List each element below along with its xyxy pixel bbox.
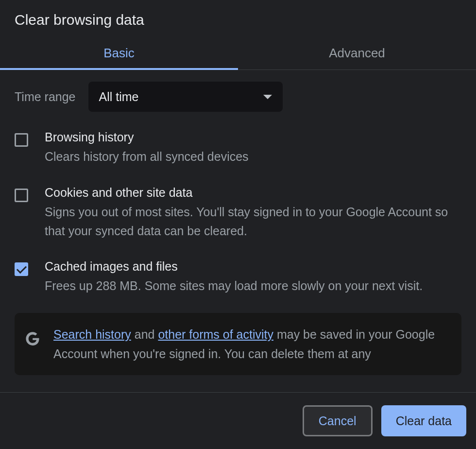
other-activity-link[interactable]: other forms of activity [158, 328, 273, 341]
option-title: Browsing history [45, 130, 249, 144]
option-text: Browsing history Clears history from all… [45, 130, 249, 166]
checkbox-cache[interactable] [15, 262, 28, 276]
dialog-content: Time range All time Browsing history Cle… [0, 70, 476, 392]
option-text: Cached images and files Frees up 288 MB.… [45, 259, 423, 295]
clear-data-button[interactable]: Clear data [381, 405, 466, 436]
info-mid1: and [131, 328, 158, 341]
chevron-down-icon [263, 95, 272, 99]
tab-basic[interactable]: Basic [0, 38, 238, 69]
time-range-value: All time [99, 90, 139, 104]
google-account-info: Search history and other forms of activi… [15, 313, 461, 375]
dialog-footer: Cancel Clear data [0, 392, 476, 449]
checkbox-browsing-history[interactable] [15, 133, 28, 147]
tab-advanced[interactable]: Advanced [238, 38, 476, 69]
dialog-title: Clear browsing data [0, 0, 476, 38]
option-text: Cookies and other site data Signs you ou… [45, 186, 461, 241]
option-cache: Cached images and files Frees up 288 MB.… [0, 250, 476, 305]
option-description: Frees up 288 MB. Some sites may load mor… [45, 276, 423, 295]
option-browsing-history: Browsing history Clears history from all… [0, 121, 476, 176]
info-text: Search history and other forms of activi… [53, 325, 452, 363]
clear-browsing-data-dialog: Clear browsing data Basic Advanced Time … [0, 0, 476, 449]
google-logo-icon [24, 330, 41, 347]
option-description: Clears history from all synced devices [45, 147, 249, 166]
option-title: Cookies and other site data [45, 186, 461, 200]
search-history-link[interactable]: Search history [53, 328, 131, 341]
checkbox-cookies[interactable] [15, 189, 28, 202]
option-cookies: Cookies and other site data Signs you ou… [0, 176, 476, 250]
time-range-label: Time range [15, 90, 76, 104]
option-title: Cached images and files [45, 259, 423, 274]
tab-bar: Basic Advanced [0, 38, 476, 70]
option-description: Signs you out of most sites. You'll stay… [45, 203, 461, 241]
time-range-row: Time range All time [0, 70, 476, 121]
time-range-select[interactable]: All time [88, 82, 283, 112]
cancel-button[interactable]: Cancel [303, 405, 373, 436]
